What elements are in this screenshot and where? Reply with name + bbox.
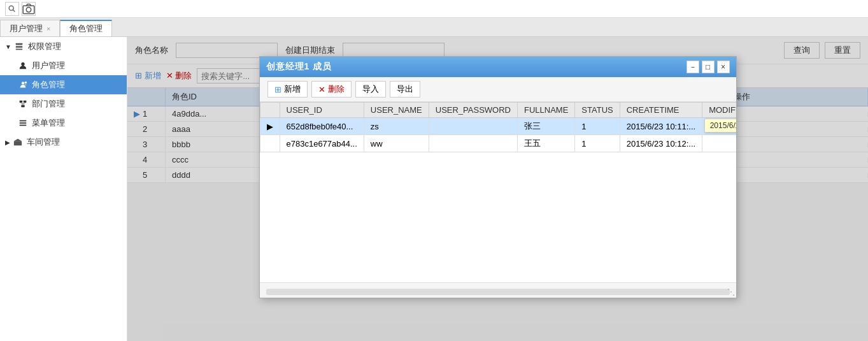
th-fullname: FULLNAME	[517, 103, 574, 118]
row-arrow	[260, 135, 280, 152]
modal-delete-icon: ✕	[318, 85, 325, 94]
modal-table-wrap: USER_ID USER_NAME USER_PASSWORD FULLNAME…	[260, 102, 736, 282]
modal-titlebar: 创意经理1 成员 － □ ×	[260, 57, 736, 77]
modal-import-label: 导入	[362, 83, 379, 95]
modal-add-icon: ⊞	[274, 85, 281, 94]
modal-toolbar: ⊞ 新增 ✕ 删除 导入 导出	[260, 77, 736, 102]
svg-rect-6	[16, 49, 23, 50]
table-row[interactable]: e783c1e677ab44... ww 王五 1 2015/6/23 10:1…	[260, 135, 736, 152]
modal-add-btn[interactable]: ⊞ 新增	[267, 81, 308, 98]
modal-import-btn[interactable]: 导入	[355, 81, 386, 98]
sidebar: ▼ 权限管理 用户管理 角色管理	[0, 37, 127, 341]
svg-rect-12	[21, 105, 24, 108]
tab-user-label: 用户管理	[10, 23, 43, 34]
svg-rect-16	[20, 122, 27, 124]
top-bar	[0, 0, 868, 18]
svg-rect-4	[16, 43, 23, 45]
tab-user-management[interactable]: 用户管理 ×	[0, 20, 60, 36]
row-status: 1	[575, 118, 620, 135]
modal-export-label: 导出	[397, 83, 413, 95]
role-icon	[18, 80, 28, 90]
row-status: 1	[575, 135, 620, 152]
svg-point-7	[21, 62, 24, 66]
row-createtime: 2015/6/23 10:11:...	[620, 118, 702, 135]
sidebar-item-dept-management[interactable]: 部门管理	[0, 94, 127, 113]
user-management-label: 用户管理	[32, 60, 65, 71]
content-area: 角色名称 创建日期结束 查询 重置 ⊞ 新增 ✕ 删除 角色ID	[127, 37, 868, 341]
row-user-name: zs	[364, 118, 429, 135]
expand-arrow-icon: ▼	[5, 43, 11, 50]
menu-icon	[18, 118, 28, 128]
row-arrow: ▶	[260, 118, 280, 135]
search-button[interactable]	[5, 2, 19, 16]
th-arrow	[260, 103, 280, 118]
row-fullname: 张三	[517, 118, 574, 135]
row-user-password	[429, 118, 517, 135]
table-row[interactable]: ▶ 652d8fbeb0fe40... zs 张三 1 2015/6/23 10…	[260, 118, 736, 135]
tab-user-close[interactable]: ×	[46, 25, 50, 33]
tab-role-label: 角色管理	[69, 23, 103, 34]
workshop-icon	[13, 137, 23, 147]
sidebar-item-role-management[interactable]: 角色管理	[0, 75, 127, 94]
dept-icon	[18, 99, 28, 109]
sidebar-section-header-permissions[interactable]: ▼ 权限管理	[0, 37, 127, 56]
sidebar-section-permissions: ▼ 权限管理 用户管理 角色管理	[0, 37, 127, 133]
resize-handle-icon[interactable]: ⋱	[727, 287, 735, 296]
modal-minimize-btn[interactable]: －	[687, 61, 699, 73]
modal-title: 创意经理1 成员	[266, 61, 332, 73]
th-user-password: USER_PASSWORD	[429, 103, 517, 118]
dept-management-label: 部门管理	[32, 98, 65, 110]
th-user-name: USER_NAME	[364, 103, 429, 118]
permissions-icon	[14, 41, 24, 52]
row-user-name: ww	[364, 135, 429, 152]
row-fullname: 王五	[517, 135, 574, 152]
sidebar-section-header-workshop[interactable]: ▶ 车间管理	[0, 133, 127, 152]
tab-role-management[interactable]: 角色管理	[60, 20, 112, 36]
modal-delete-label: 删除	[328, 83, 345, 95]
th-status: STATUS	[575, 103, 620, 118]
row-user-password	[429, 135, 517, 152]
role-management-label: 角色管理	[32, 79, 65, 91]
row-modifytime: 2015/6/23 10:12:16	[702, 135, 736, 152]
modifytime-tooltip: 2015/6/23 10:12:16	[704, 119, 736, 133]
modal-overlay: 创意经理1 成员 － □ × ⊞ 新增 ✕ 删除	[127, 37, 868, 341]
svg-rect-15	[20, 120, 27, 122]
svg-point-8	[22, 82, 24, 84]
row-user-id: e783c1e677ab44...	[280, 135, 364, 152]
workshop-label: 车间管理	[27, 136, 60, 148]
modal-controls: － □ ×	[687, 61, 730, 73]
sidebar-item-menu-management[interactable]: 菜单管理	[0, 113, 127, 133]
svg-rect-10	[20, 101, 22, 103]
modal-export-btn[interactable]: 导出	[390, 81, 420, 98]
menu-management-label: 菜单管理	[32, 117, 65, 129]
th-modifytime: MODIFYTIME	[702, 103, 736, 118]
svg-rect-18	[14, 141, 22, 145]
modal-members-table: USER_ID USER_NAME USER_PASSWORD FULLNAME…	[260, 102, 736, 152]
row-createtime: 2015/6/23 10:12:...	[620, 135, 702, 152]
svg-rect-5	[16, 46, 23, 48]
modal-restore-btn[interactable]: □	[702, 61, 715, 73]
horizontal-scrollbar[interactable]	[266, 289, 730, 295]
svg-point-0	[9, 6, 13, 10]
member-modal: 创意经理1 成员 － □ × ⊞ 新增 ✕ 删除	[259, 56, 737, 298]
camera-button[interactable]	[22, 2, 36, 16]
svg-point-3	[26, 7, 31, 12]
svg-rect-11	[24, 101, 26, 103]
sidebar-section-workshop: ▶ 车间管理	[0, 133, 127, 152]
permissions-label: 权限管理	[28, 41, 61, 52]
row-user-id: 652d8fbeb0fe40...	[280, 118, 364, 135]
sidebar-item-user-management[interactable]: 用户管理	[0, 56, 127, 75]
main-layout: ▼ 权限管理 用户管理 角色管理	[0, 37, 868, 341]
th-createtime: CREATETIME	[620, 103, 702, 118]
modal-footer: ⋱	[260, 282, 736, 298]
modal-close-btn[interactable]: ×	[717, 61, 730, 73]
svg-point-9	[25, 82, 27, 84]
svg-line-1	[13, 10, 15, 11]
modal-delete-btn[interactable]: ✕ 删除	[311, 81, 352, 98]
user-icon	[18, 61, 28, 71]
tab-bar: 用户管理 × 角色管理	[0, 18, 868, 37]
modal-add-label: 新增	[284, 83, 301, 95]
svg-rect-17	[20, 125, 27, 126]
expand-arrow-workshop-icon: ▶	[5, 139, 10, 146]
th-user-id: USER_ID	[280, 103, 364, 118]
